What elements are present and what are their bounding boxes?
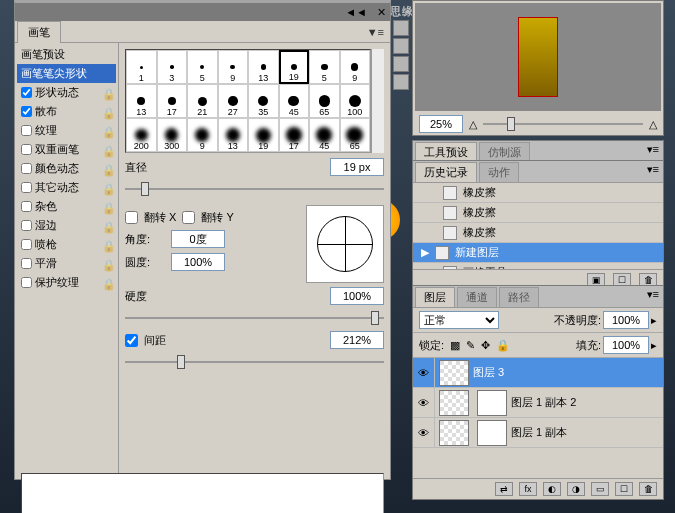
- brush-tip-cell[interactable]: 9: [187, 118, 218, 152]
- brush-tip-cell[interactable]: 19: [279, 50, 310, 84]
- brush-option-row[interactable]: 双重画笔🔒: [17, 140, 116, 159]
- spacing-checkbox[interactable]: [125, 334, 138, 347]
- brush-option-row[interactable]: 其它动态🔒: [17, 178, 116, 197]
- tab-layers[interactable]: 图层: [415, 287, 455, 307]
- roundness-input[interactable]: [171, 253, 225, 271]
- lock-transparency-icon[interactable]: ▩: [450, 339, 460, 352]
- brush-tip-cell[interactable]: 27: [187, 152, 218, 153]
- diameter-slider[interactable]: [125, 181, 384, 197]
- lock-icon[interactable]: 🔒: [102, 145, 112, 155]
- opacity-input[interactable]: [603, 311, 649, 329]
- adjustment-icon[interactable]: ◑: [567, 482, 585, 496]
- brush-tip-cell[interactable]: 3: [157, 50, 188, 84]
- brush-tip-cell[interactable]: 45: [309, 118, 340, 152]
- brush-option-row[interactable]: 平滑🔒: [17, 254, 116, 273]
- layer-row[interactable]: 👁图层 1 副本: [413, 418, 663, 448]
- brush-tip-cell[interactable]: 100: [340, 84, 371, 118]
- lock-all-icon[interactable]: 🔒: [496, 339, 510, 352]
- layer-row[interactable]: 👁图层 1 副本 2: [413, 388, 663, 418]
- option-checkbox[interactable]: [21, 239, 32, 250]
- link-icon[interactable]: ⇄: [495, 482, 513, 496]
- brush-option-row[interactable]: 画笔笔尖形状: [17, 64, 116, 83]
- hardness-slider[interactable]: [125, 310, 384, 326]
- lock-icon[interactable]: 🔒: [102, 221, 112, 231]
- close-icon[interactable]: ✕: [377, 6, 386, 19]
- brush-tip-cell[interactable]: 19: [248, 118, 279, 152]
- diameter-input[interactable]: [330, 158, 384, 176]
- brush-tip-cell[interactable]: 300: [157, 118, 188, 152]
- fx-icon[interactable]: fx: [519, 482, 537, 496]
- flip-y-checkbox[interactable]: [182, 211, 195, 224]
- lock-icon[interactable]: 🔒: [102, 126, 112, 136]
- layer-thumbnail[interactable]: [439, 420, 469, 446]
- dock-icon[interactable]: [393, 20, 409, 36]
- dock-icon[interactable]: [393, 38, 409, 54]
- brush-tip-cell[interactable]: 13: [218, 118, 249, 152]
- history-item[interactable]: ▶新建图层: [413, 243, 663, 263]
- collapse-icon[interactable]: ◄◄: [345, 6, 367, 18]
- dropdown-icon[interactable]: ▸: [651, 339, 657, 352]
- lock-icon[interactable]: 🔒: [102, 183, 112, 193]
- brush-tip-cell[interactable]: 14: [126, 152, 157, 153]
- folder-icon[interactable]: ▭: [591, 482, 609, 496]
- option-checkbox[interactable]: [21, 220, 32, 231]
- brush-tip-cell[interactable]: 11: [309, 152, 340, 153]
- zoom-in-icon[interactable]: △: [649, 118, 657, 131]
- flip-x-checkbox[interactable]: [125, 211, 138, 224]
- angle-input[interactable]: [171, 230, 225, 248]
- dropdown-icon[interactable]: ▸: [651, 314, 657, 327]
- layer-row[interactable]: 👁图层 3: [413, 358, 663, 388]
- option-checkbox[interactable]: [21, 182, 32, 193]
- option-checkbox[interactable]: [21, 144, 32, 155]
- brush-tip-cell[interactable]: 27: [218, 84, 249, 118]
- scrollbar[interactable]: [371, 49, 384, 153]
- brush-tip-cell[interactable]: 5: [187, 50, 218, 84]
- hardness-input[interactable]: [330, 287, 384, 305]
- lock-icon[interactable]: 🔒: [102, 107, 112, 117]
- lock-icon[interactable]: 🔒: [102, 278, 112, 288]
- brush-tip-cell[interactable]: 13: [126, 84, 157, 118]
- history-item[interactable]: 橡皮擦: [413, 183, 663, 203]
- blend-mode-select[interactable]: 正常: [419, 311, 499, 329]
- zoom-out-icon[interactable]: △: [469, 118, 477, 131]
- lock-icon[interactable]: 🔒: [102, 88, 112, 98]
- brush-option-row[interactable]: 喷枪🔒: [17, 235, 116, 254]
- panel-menu-icon[interactable]: ▾≡: [643, 141, 663, 162]
- visibility-icon[interactable]: 👁: [413, 418, 435, 448]
- option-checkbox[interactable]: [21, 201, 32, 212]
- brush-tip-cell[interactable]: 9: [218, 50, 249, 84]
- layer-name[interactable]: 图层 1 副本 2: [511, 395, 576, 410]
- navigator-preview[interactable]: [415, 3, 661, 111]
- lock-position-icon[interactable]: ✥: [481, 339, 490, 352]
- brush-tip-cell[interactable]: 65: [309, 84, 340, 118]
- brush-option-row[interactable]: 形状动态🔒: [17, 83, 116, 102]
- mask-thumbnail[interactable]: [477, 390, 507, 416]
- angle-control[interactable]: [306, 205, 384, 283]
- visibility-icon[interactable]: 👁: [413, 388, 435, 418]
- brush-option-row[interactable]: 颜色动态🔒: [17, 159, 116, 178]
- mask-icon[interactable]: ◐: [543, 482, 561, 496]
- brush-tip-cell[interactable]: 200: [126, 118, 157, 152]
- spacing-input[interactable]: [330, 331, 384, 349]
- history-item[interactable]: 橡皮擦: [413, 223, 663, 243]
- option-checkbox[interactable]: [21, 277, 32, 288]
- layer-name[interactable]: 图层 1 副本: [511, 425, 567, 440]
- brush-option-row[interactable]: 散布🔒: [17, 102, 116, 121]
- option-checkbox[interactable]: [21, 106, 32, 117]
- dock-icon[interactable]: [393, 74, 409, 90]
- option-checkbox[interactable]: [21, 258, 32, 269]
- brush-tip-cell[interactable]: 1: [126, 50, 157, 84]
- brush-option-row[interactable]: 保护纹理🔒: [17, 273, 116, 292]
- brush-option-row[interactable]: 纹理🔒: [17, 121, 116, 140]
- spacing-slider[interactable]: [125, 354, 384, 370]
- lock-icon[interactable]: 🔒: [102, 202, 112, 212]
- layer-name[interactable]: 图层 3: [473, 365, 504, 380]
- brush-option-row[interactable]: 杂色🔒: [17, 197, 116, 216]
- zoom-slider[interactable]: [483, 116, 643, 132]
- tab-tool-presets[interactable]: 工具预设: [415, 142, 477, 162]
- brush-tip-cell[interactable]: 9: [340, 50, 371, 84]
- layer-thumbnail[interactable]: [439, 390, 469, 416]
- brush-tip-cell[interactable]: 45: [279, 84, 310, 118]
- tab-clone-source[interactable]: 仿制源: [479, 142, 530, 162]
- brush-tip-cell[interactable]: 24: [157, 152, 188, 153]
